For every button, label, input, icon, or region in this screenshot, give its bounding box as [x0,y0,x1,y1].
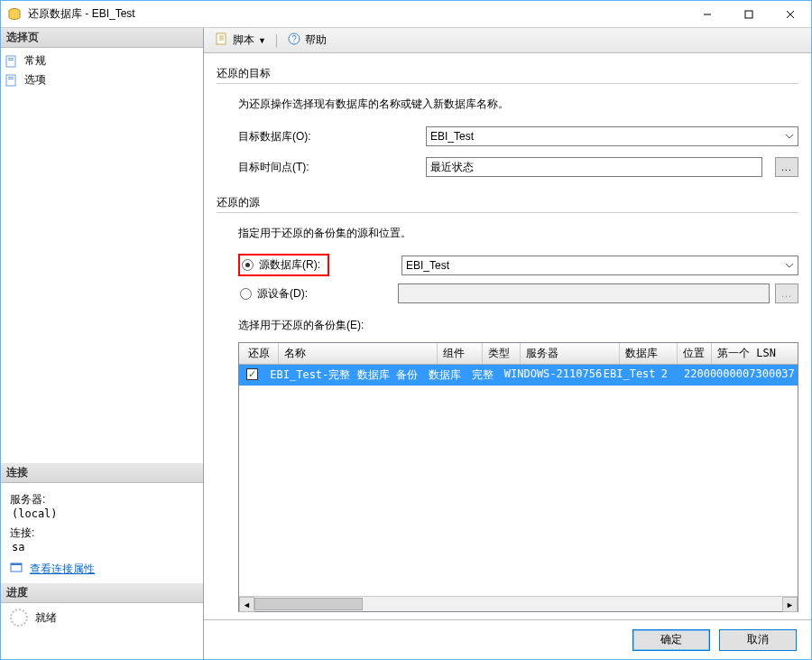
select-backup-sets-label: 选择用于还原的备份集(E): [238,318,798,333]
cell-first-lsn: 22000000007300037 [678,365,798,386]
progress-status-row: 就绪 [1,603,203,632]
target-time-value: 最近状态 [430,160,474,175]
script-button[interactable]: 脚本 ▼ [211,30,270,51]
svg-rect-9 [8,77,14,78]
destination-group-title: 还原的目标 [217,66,798,84]
svg-rect-12 [11,563,22,565]
target-time-box: 最近状态 [426,157,762,177]
server-value: (local) [12,507,194,520]
scroll-right-arrow[interactable]: ► [782,597,798,612]
main: 脚本 ▼ │ ? 帮助 还原的目标 为还原操作选择现有数据库的名称或键入新数据库… [204,28,811,659]
target-db-combo[interactable]: EBI_Test [426,126,798,146]
spinner-icon [10,609,28,627]
time-browse-button[interactable]: ... [775,157,798,177]
chevron-down-icon [783,130,796,143]
source-device-radio[interactable] [240,288,252,300]
view-link-text: 查看连接属性 [30,562,95,577]
source-database-radio[interactable] [242,259,254,271]
window-frame: 还原数据库 - EBI_Test 选择页 常规 [0,0,812,660]
sidebar-item-options[interactable]: 选项 [1,70,203,89]
source-device-radio-label: 源设备(D): [257,286,308,302]
highlighted-source-db-radio: 源数据库(R): [238,254,329,276]
ok-button[interactable]: 确定 [632,629,710,651]
cell-name: EBI_Test-完整 数据库 备份 [264,365,422,386]
backup-sets-grid: 还原 名称 组件 类型 服务器 数据库 位置 第一个 LSN [238,342,798,612]
destination-info: 为还原操作选择现有数据库的名称或键入新数据库名称。 [238,97,798,112]
device-browse-button[interactable]: ... [775,284,798,303]
svg-rect-6 [8,58,14,59]
target-db-value: EBI_Test [430,130,474,143]
col-first-lsn[interactable]: 第一个 LSN [712,343,798,364]
sidebar-item-label: 常规 [24,53,46,69]
cell-component: 数据库 [423,365,466,386]
col-position[interactable]: 位置 [678,343,712,364]
connection-label: 连接: [10,525,194,541]
scroll-thumb[interactable] [254,598,363,610]
grid-header: 还原 名称 组件 类型 服务器 数据库 位置 第一个 LSN [239,343,798,365]
source-db-value: EBI_Test [406,259,449,272]
view-connection-properties-link[interactable]: 查看连接属性 [10,561,194,578]
select-page-header: 选择页 [1,28,203,48]
maximize-button[interactable] [728,1,770,28]
connection-header: 连接 [1,463,203,483]
cell-type: 完整 [466,365,499,386]
dialog-footer: 确定 取消 [204,619,811,659]
source-group-title: 还原的源 [217,195,798,213]
grid-row[interactable]: EBI_Test-完整 数据库 备份 数据库 完整 WINDOWS-211075… [239,365,798,386]
cell-server: WINDOWS-2110756 [499,365,598,386]
window-title: 还原数据库 - EBI_Test [28,6,687,22]
sidebar-item-general[interactable]: 常规 [1,51,203,70]
cell-database: EBI_Test [598,365,656,386]
col-database[interactable]: 数据库 [620,343,678,364]
close-button[interactable] [770,1,811,28]
svg-text:?: ? [292,34,298,44]
target-time-label: 目标时间点(T): [238,160,419,175]
col-type[interactable]: 类型 [483,343,521,364]
window-controls [687,1,811,28]
cell-position: 2 [656,365,678,386]
col-server[interactable]: 服务器 [521,343,620,364]
source-device-box [398,284,770,303]
link-icon [10,561,24,578]
source-database-radio-label: 源数据库(R): [259,257,320,273]
scroll-left-arrow[interactable]: ◄ [239,597,254,612]
toolbar: 脚本 ▼ │ ? 帮助 [204,28,811,53]
source-info: 指定用于还原的备份集的源和位置。 [238,226,798,241]
svg-rect-8 [6,75,15,86]
chevron-down-icon [783,259,796,272]
help-button[interactable]: ? 帮助 [283,30,330,51]
progress-header: 进度 [1,583,203,603]
server-label: 服务器: [10,492,194,507]
help-label: 帮助 [305,33,327,48]
progress-status-text: 就绪 [35,610,57,626]
cancel-button[interactable]: 取消 [719,629,797,651]
titlebar: 还原数据库 - EBI_Test [1,1,811,28]
script-icon [215,32,229,49]
connection-value: sa [12,541,194,553]
svg-rect-10 [8,79,14,79]
row-restore-checkbox[interactable] [246,368,258,380]
svg-rect-2 [745,11,752,18]
svg-rect-7 [8,60,14,60]
minimize-button[interactable] [687,1,728,28]
page-icon [5,54,19,69]
script-label: 脚本 [233,33,254,48]
col-name[interactable]: 名称 [279,343,438,364]
col-restore[interactable]: 还原 [239,343,279,364]
connection-block: 服务器: (local) 连接: sa 查看连接属性 [1,483,203,583]
col-component[interactable]: 组件 [438,343,483,364]
svg-rect-5 [6,56,15,67]
target-db-label: 目标数据库(O): [238,129,419,144]
svg-rect-13 [217,33,226,44]
source-db-combo[interactable]: EBI_Test [401,256,798,275]
page-icon [5,73,19,88]
app-icon [6,6,23,23]
sidebar-item-label: 选项 [24,72,46,88]
help-icon: ? [287,32,301,49]
horizontal-scrollbar[interactable]: ◄ ► [239,596,798,611]
sidebar: 选择页 常规 选项 连接 服务器: (local [1,28,204,659]
dropdown-arrow-icon: ▼ [258,36,266,45]
